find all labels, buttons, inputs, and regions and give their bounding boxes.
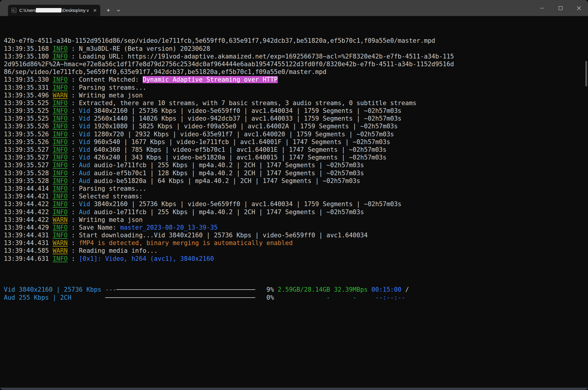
terminal-log-line-segment: 13:39:44.422 [4,216,53,223]
terminal-log-line-segment: 426x240 | 343 Kbps | video-be51820a | av… [90,154,387,161]
terminal-log-line-segment: master_2023-08-20_13-39-35 [120,224,218,231]
terminal-log-line-segment: INFO [53,177,68,184]
terminal-log-line-segment: : [68,170,79,177]
terminal-log-line-segment: WARN [53,216,68,223]
terminal-log-line-segment: 13:39:35.528 [4,177,53,184]
terminal-log-line-segment: 13:39:44.431 [4,239,53,247]
terminal-log-line-segment: WARN [53,239,68,247]
terminal-log-line-segment: : [68,115,79,122]
terminal-log-line-segment: 13:39:35.528 [4,170,53,177]
progress-row-segment: --:--:-- [375,294,405,301]
progress-row: Aud 255 Kbps | 2CH ─────────────────────… [4,294,586,301]
terminal-log-line-segment: INFO [53,84,68,91]
terminal-log-line-segment: : Writing meta json [68,216,143,223]
terminal-log-line-segment: 13:39:35.168 [4,45,53,52]
terminal-log-line: 13:39:35.528 INFO : Aud audio-be51820a |… [4,177,586,185]
terminal-log-line-segment: INFO [53,100,68,107]
progress-row-segment: ───────────────────────────────────── [116,286,255,293]
terminal-log-line: 13:39:35.528 INFO : Aud audio-ef5b70c1 |… [4,169,586,177]
terminal-log-line-segment: 13:39:44.422 [4,209,53,216]
terminal-log-line-segment: 13:39:35.330 [4,76,53,83]
minimize-button[interactable] [533,0,551,16]
terminal-log-line-segment: WARN [53,92,68,99]
terminal-log-line: 86/sep/video/1e711fcb,5e659ff0,635e91f7,… [4,68,586,76]
terminal-log-line-segment: 13:39:44.431 [4,232,53,239]
progress-row-segment [274,294,326,301]
terminal-log-line-segment: 640x360 | 785 Kbps | video-ef5b70c1 | av… [90,146,387,153]
progress-row-segment: Vid 3840x2160 | 25736 Kbps [4,286,101,293]
download-progress: Vid 3840x2160 | 25736 Kbps ---──────────… [4,286,586,301]
window-controls [533,0,588,16]
terminal-log-line-segment: Vid [79,107,90,114]
progress-row-segment [101,286,105,293]
terminal-log-line-segment: 86/sep/video/1e711fcb,5e659ff0,635e91f7,… [4,68,326,75]
progress-row-segment: ──────────────────────────────────────── [105,294,255,301]
terminal-log-line-segment: : Parsing streams... [68,185,147,192]
terminal-log-line: 13:39:35.525 INFO : Vid 2560x1440 | 1402… [4,115,586,122]
terminal-log-line-segment: 13:39:44.429 [4,224,53,231]
tab-active[interactable]: >_ C:\Users\Desktop\my v [8,5,100,16]
terminal-log-line-segment: : Loading URL: https://191vod-adaptive.a… [68,53,454,60]
progress-row-segment [71,294,105,301]
terminal-log-line-segment: INFO [53,76,68,83]
maximize-icon [559,6,562,10]
terminal-log-line-segment: : Selected streams: [68,193,143,200]
progress-row-segment: - [353,294,357,301]
terminal-log-line-segment: 13:39:44.585 [4,247,53,254]
terminal-log-line-segment: Vid [79,146,90,153]
terminal-log-line-segment: : [68,146,79,153]
titlebar[interactable]: >_ C:\Users\Desktop\my v + [0,0,588,16]
terminal-log-line-segment: INFO [53,53,68,60]
progress-row-segment: 32.39MBps [334,286,368,293]
terminal-log-line-segment: INFO [53,146,68,153]
terminal-log-line-segment: 13:39:35.525 [4,115,53,122]
terminal-log-line-segment: 13:39:44.414 [4,185,53,192]
terminal-log-line-segment: 1920x1080 | 5825 Kbps | video-f09a55e0 |… [90,123,398,130]
terminal-log-line-segment: : Writing meta json [68,92,143,99]
terminal-log-line-segment: INFO [53,232,68,239]
maximize-button[interactable] [551,0,570,16]
terminal-log-line-segment: : [68,209,79,216]
progress-row-segment: --- [105,286,116,293]
terminal-log-line: 13:39:35.331 INFO : Parsing streams... [4,84,586,91]
close-icon [577,6,581,10]
terminal-log-line: 13:39:35.527 INFO : Aud audio-1e711fcb |… [4,161,586,169]
tab-dropdown-button[interactable] [113,5,123,16]
terminal-log-line-segment: : Content Matched: [68,76,143,83]
terminal-log-line: 13:39:35.525 INFO : Vid 3840x2160 | 2573… [4,107,586,115]
terminal-log-line-segment: 13:39:35.527 [4,162,53,169]
terminal-log-line-segment: 960x540 | 1677 Kbps | video-1e711fcb | a… [90,138,390,146]
minimize-icon [540,6,544,10]
terminal-log-line: 13:39:44.431 WARN : fMP4 is detected, bi… [4,239,586,247]
terminal-log-line-segment: : [68,239,79,247]
terminal-log-line: 2d9516d86%2F%2A~hmac=e72e8a56c1df1f7e8d7… [4,60,586,68]
progress-row-segment [401,286,405,293]
terminal-log-line-segment: 3840x2160 | 25736 Kbps | video-5e659ff0 … [90,200,401,208]
new-tab-button[interactable]: + [103,5,113,16]
terminal-log-line-segment: 13:39:35.527 [4,146,53,153]
terminal-log-line-segment: 13:39:44.422 [4,200,53,208]
terminal-log-line-segment: INFO [53,123,68,130]
progress-row-segment [330,294,353,301]
terminal-log-line-segment: : Start downloading...Vid 3840x2160 | 25… [68,232,368,239]
terminal-log-line: 13:39:35.526 INFO : Vid 1920x1080 | 5825… [4,122,586,130]
titlebar-drag-region[interactable] [123,0,533,16]
terminal-log-line: 13:39:44.422 WARN : Writing meta json [4,216,586,224]
terminal-log-line-segment: 13:39:35.525 [4,107,53,114]
terminal-log-line-segment: audio-1e711fcb | 255 Kbps | mp4a.40.2 | … [90,209,364,216]
progress-row-segment [357,294,375,301]
terminal-log-line: 13:39:44.585 WARN : Reading media info..… [4,247,586,255]
terminal-log: 42b-e7fb-4511-a34b-1152d9516d86/sep/vide… [4,37,586,262]
terminal-log-line-segment: INFO [53,185,68,192]
tab-close-button[interactable] [91,7,98,14]
terminal-log-line-segment: 3840x2160 | 25736 Kbps | video-5e659ff0 … [90,107,401,114]
terminal-log-line-segment: 13:39:35.331 [4,84,53,91]
terminal-log-line-segment: Dynamic Adaptive Streaming over HTTP [143,76,278,83]
redacted-username [36,8,61,12]
terminal-output[interactable]: 42b-e7fb-4511-a34b-1152d9516d86/sep/vide… [0,16,588,390]
close-button[interactable] [570,0,588,16]
progress-row-segment: 2.59GB/28.14GB [278,286,330,293]
scrollbar[interactable] [585,61,587,86]
progress-row-segment [368,286,371,293]
terminal-log-line-segment: INFO [53,193,68,200]
